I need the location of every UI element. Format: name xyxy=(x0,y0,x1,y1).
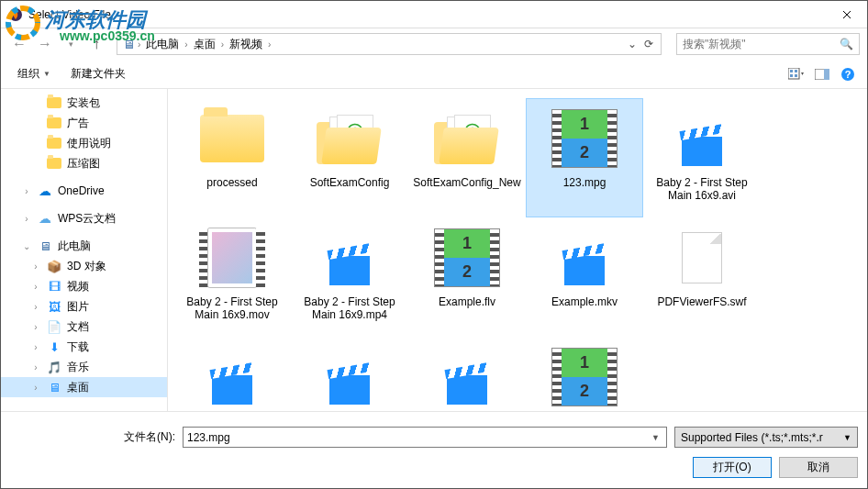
search-box[interactable]: 🔍 xyxy=(676,33,860,55)
file-item[interactable]: Example.mkv xyxy=(526,217,643,337)
file-label: Baby 2 - First Step Main 16x9.mov xyxy=(178,295,286,321)
file-label: Example.flv xyxy=(439,295,495,308)
filename-label: 文件名(N): xyxy=(10,429,175,445)
view-options-button[interactable] xyxy=(785,62,808,86)
expand-icon[interactable]: › xyxy=(30,261,41,272)
expand-icon[interactable]: ⌄ xyxy=(21,241,32,251)
up-button[interactable]: ↑ xyxy=(85,33,107,55)
expand-icon[interactable]: › xyxy=(30,322,41,332)
tree-node[interactable]: 安装包 xyxy=(1,93,167,113)
file-label: Baby 2 - First Step Main 16x9.avi xyxy=(648,176,756,202)
file-item[interactable]: 12123.mpg xyxy=(526,98,643,217)
expand-icon[interactable]: › xyxy=(30,282,41,292)
file-item[interactable]: 胡歌-六月的雨.avi xyxy=(291,337,408,411)
file-item[interactable]: ⓢSoftExamConfig xyxy=(291,98,408,217)
tree-node[interactable]: ›🖼图片 xyxy=(1,296,167,317)
tree-node-label: WPS云文档 xyxy=(58,211,116,227)
file-thumbnail: ⓢ xyxy=(428,105,506,172)
filename-combo[interactable]: ▼ xyxy=(183,427,667,448)
forward-button[interactable]: → xyxy=(34,33,56,55)
preview-pane-button[interactable] xyxy=(810,62,834,86)
pc-icon: 🖥 xyxy=(121,37,136,51)
file-label: 123.mpg xyxy=(563,176,606,189)
file-list[interactable]: processedⓢSoftExamConfigⓢSoftExamConfig_… xyxy=(168,89,867,411)
expand-icon[interactable]: › xyxy=(21,186,32,196)
tree-node[interactable]: ›☁WPS云文档 xyxy=(1,208,167,228)
file-item[interactable]: processed xyxy=(173,98,291,217)
search-icon[interactable]: 🔍 xyxy=(840,38,853,50)
expand-icon[interactable]: › xyxy=(30,383,41,393)
file-type-filter[interactable]: Supported Files (*.ts;*.mts;*.r ▼ xyxy=(674,427,858,448)
expand-icon[interactable]: › xyxy=(30,302,41,312)
organize-button[interactable]: 组织▼ xyxy=(8,62,60,85)
svg-rect-9 xyxy=(824,69,829,80)
file-label: SoftExamConfig xyxy=(310,176,390,189)
close-button[interactable] xyxy=(826,1,867,28)
chevron-down-icon[interactable]: ▼ xyxy=(649,433,662,442)
folder-icon xyxy=(47,116,61,130)
tree-node[interactable]: ›🎞视频 xyxy=(1,276,167,296)
back-button[interactable]: ← xyxy=(8,33,30,55)
file-thumbnail xyxy=(311,343,388,411)
file-thumbnail xyxy=(663,105,740,172)
file-thumbnail xyxy=(194,224,271,292)
expand-icon[interactable]: › xyxy=(30,362,41,372)
tree-node-label: 下载 xyxy=(67,339,89,355)
tree-node-label: 压缩图 xyxy=(67,156,100,172)
chevron-down-icon[interactable]: ▼ xyxy=(843,433,851,442)
file-item[interactable]: PDFViewerFS.swf xyxy=(643,217,761,337)
new-folder-button[interactable]: 新建文件夹 xyxy=(61,62,135,85)
tree-node[interactable]: ›⬇下载 xyxy=(1,337,167,357)
tree-node[interactable]: 广告 xyxy=(1,113,167,133)
tree-node[interactable]: ⌄🖥此电脑 xyxy=(1,236,167,256)
tree-node-label: OneDrive xyxy=(58,184,105,197)
refresh-icon[interactable]: ⟳ xyxy=(640,38,657,50)
file-item[interactable]: 12Example.flv xyxy=(408,217,526,337)
tree-node[interactable]: ›🎵音乐 xyxy=(1,357,167,377)
address-bar[interactable]: 🖥 › 此电脑 › 桌面 › 新视频 › ⌄ ⟳ xyxy=(117,33,662,55)
svg-rect-5 xyxy=(795,70,797,72)
video-icon: 🎞 xyxy=(47,279,61,294)
file-thumbnail xyxy=(311,224,388,292)
file-item[interactable]: 12相册1.mpg xyxy=(526,337,643,411)
file-item[interactable]: 胡歌-六月的雨.rmvb xyxy=(408,337,526,411)
app-icon xyxy=(8,7,23,22)
tree-node[interactable]: ›📄文档 xyxy=(1,317,167,337)
tree-node-label: 视频 xyxy=(67,279,89,295)
svg-rect-7 xyxy=(795,74,797,77)
dl-icon: ⬇ xyxy=(47,339,61,354)
recent-dropdown[interactable]: ▾ xyxy=(60,33,82,55)
folder-tree[interactable]: 安装包广告使用说明压缩图›☁OneDrive›☁WPS云文档⌄🖥此电脑›📦3D … xyxy=(1,89,168,411)
address-dropdown[interactable]: ⌄ xyxy=(624,38,640,50)
file-thumbnail xyxy=(546,224,623,292)
file-item[interactable]: 河东123.mov xyxy=(173,337,291,411)
tree-node[interactable]: 压缩图 xyxy=(1,153,167,173)
chevron-right-icon: › xyxy=(219,39,226,50)
svg-text:?: ? xyxy=(845,69,851,80)
tree-node-label: 桌面 xyxy=(67,380,89,395)
tree-node[interactable]: ›☁OneDrive xyxy=(1,181,167,201)
file-item[interactable]: ⓢSoftExamConfig_New xyxy=(408,98,526,217)
file-label: Example.mkv xyxy=(551,295,618,308)
tree-node[interactable]: ›🖥桌面 xyxy=(1,377,167,397)
expand-icon[interactable]: › xyxy=(21,214,32,224)
breadcrumb-part[interactable]: 桌面 xyxy=(190,37,219,52)
cancel-button[interactable]: 取消 xyxy=(779,457,858,478)
file-item[interactable]: Baby 2 - First Step Main 16x9.mov xyxy=(173,217,291,337)
pc-icon: 🖥 xyxy=(38,239,52,253)
file-label: Baby 2 - First Step Main 16x9.mp4 xyxy=(295,295,404,321)
chevron-right-icon: › xyxy=(136,39,142,50)
file-item[interactable]: Baby 2 - First Step Main 16x9.avi xyxy=(643,98,761,217)
tree-node[interactable]: ›📦3D 对象 xyxy=(1,256,167,276)
tree-node-label: 此电脑 xyxy=(58,239,91,254)
filename-input[interactable] xyxy=(187,431,649,444)
open-button[interactable]: 打开(O) xyxy=(693,457,772,478)
help-button[interactable]: ? xyxy=(836,62,860,86)
breadcrumb-part[interactable]: 此电脑 xyxy=(142,37,183,52)
file-item[interactable]: Baby 2 - First Step Main 16x9.mp4 xyxy=(291,217,408,337)
breadcrumb-part[interactable]: 新视频 xyxy=(226,37,266,52)
search-input[interactable] xyxy=(683,38,840,50)
wps-icon: ☁ xyxy=(38,211,52,226)
expand-icon[interactable]: › xyxy=(30,342,41,352)
tree-node[interactable]: 使用说明 xyxy=(1,133,167,153)
